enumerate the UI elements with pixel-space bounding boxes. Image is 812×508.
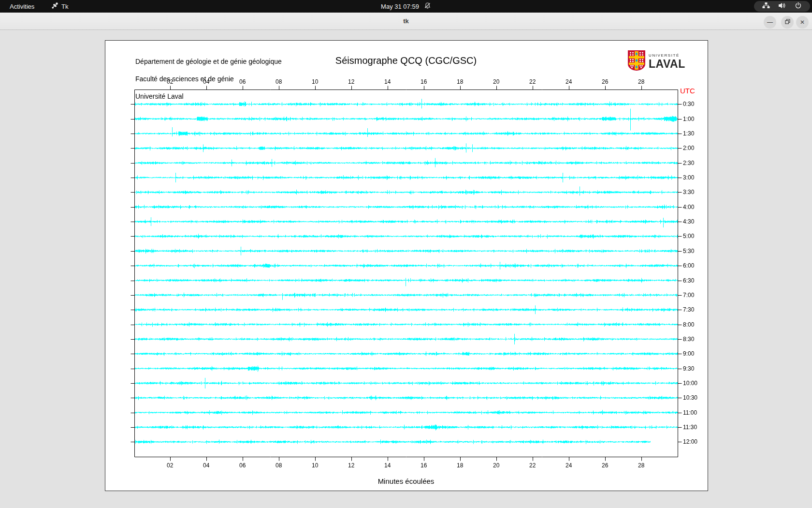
utc-time-label: 12:00 (683, 438, 705, 445)
taskbar-app-tk[interactable]: Tk (48, 0, 71, 13)
power-icon (795, 2, 802, 11)
utc-time-label: 2:00 (683, 145, 705, 151)
x-tick-label-bottom: 04 (199, 462, 214, 469)
tk-icon (51, 2, 58, 11)
x-tick-label-top: 22 (525, 78, 540, 85)
x-axis-title: Minutes écoulées (134, 477, 678, 485)
utc-time-label: 7:30 (683, 306, 705, 313)
x-tick-label-top: 02 (163, 78, 177, 85)
utc-time-label: 7:00 (683, 292, 705, 299)
x-tick-label-top: 10 (308, 78, 322, 85)
window-title: tk (0, 13, 812, 30)
volume-icon (778, 2, 786, 11)
x-tick-label-bottom: 18 (453, 462, 467, 469)
top-bar: Activities Tk May 31 07:59 (0, 0, 812, 13)
department-line: Université Laval (135, 92, 282, 101)
utc-time-label: 5:00 (683, 233, 705, 239)
utc-time-label: 9:30 (683, 365, 705, 372)
utc-time-label: 9:00 (683, 350, 705, 357)
utc-time-label: 4:30 (683, 218, 705, 225)
minimize-icon: — (767, 19, 773, 26)
taskbar-app-label: Tk (61, 3, 68, 10)
x-tick-label-bottom: 06 (235, 462, 250, 469)
utc-time-label: 6:30 (683, 277, 705, 284)
x-tick-label-bottom: 02 (163, 462, 177, 469)
x-tick-label-top: 24 (562, 78, 576, 85)
utc-time-label: 10:00 (683, 380, 705, 387)
x-tick-label-top: 04 (199, 78, 214, 85)
laval-logo-text: UNIVERSITÉ LAVAL (649, 54, 685, 70)
x-tick-label-bottom: 26 (598, 462, 612, 469)
close-button[interactable]: ✕ (796, 16, 809, 29)
x-tick-label-top: 06 (235, 78, 250, 85)
network-icon (762, 2, 770, 11)
system-status-area[interactable] (754, 1, 810, 12)
activities-button[interactable]: Activities (6, 0, 38, 13)
x-tick-label-top: 28 (634, 78, 649, 85)
x-tick-label-bottom: 22 (525, 462, 540, 469)
x-tick-label-bottom: 28 (634, 462, 649, 469)
close-icon: ✕ (800, 19, 805, 26)
x-tick-label-top: 12 (344, 78, 359, 85)
notifications-muted-icon (424, 2, 431, 11)
window-titlebar[interactable]: tk (0, 13, 812, 30)
utc-time-label: 10:30 (683, 394, 705, 401)
maximize-icon (785, 19, 790, 26)
x-tick-label-top: 18 (453, 78, 467, 85)
utc-label: UTC (680, 87, 695, 95)
plot-title: Séismographe QCQ (CGC/GSC) (134, 55, 678, 66)
x-tick-label-bottom: 12 (344, 462, 359, 469)
x-tick-label-bottom: 16 (417, 462, 431, 469)
utc-time-label: 4:00 (683, 204, 705, 210)
x-tick-label-top: 26 (598, 78, 612, 85)
seismograph-window: Département de géologie et de génie géol… (105, 40, 708, 491)
x-tick-label-top: 20 (489, 78, 504, 85)
utc-time-label: 6:00 (683, 262, 705, 269)
utc-time-label: 3:30 (683, 189, 705, 195)
utc-time-label: 1:30 (683, 130, 705, 137)
clock[interactable]: May 31 07:59 (381, 3, 419, 10)
utc-time-label: 2:30 (683, 160, 705, 166)
universite-laval-logo: UNIVERSITÉ LAVAL (628, 50, 685, 73)
utc-time-label: 11:00 (683, 409, 705, 416)
laval-shield-icon (628, 50, 645, 73)
utc-time-label: 5:30 (683, 248, 705, 254)
utc-time-label: 11:30 (683, 424, 705, 431)
x-tick-label-top: 08 (272, 78, 286, 85)
logo-laval: LAVAL (649, 59, 685, 70)
x-tick-label-bottom: 10 (308, 462, 322, 469)
x-tick-label-bottom: 14 (380, 462, 395, 469)
x-tick-label-bottom: 20 (489, 462, 504, 469)
logo-universite: UNIVERSITÉ (649, 54, 685, 58)
x-tick-label-bottom: 24 (562, 462, 576, 469)
x-tick-label-bottom: 08 (272, 462, 286, 469)
utc-time-label: 3:00 (683, 174, 705, 181)
activities-label: Activities (10, 3, 34, 10)
utc-time-label: 1:00 (683, 116, 705, 122)
maximize-button[interactable] (781, 16, 794, 29)
x-tick-label-top: 16 (417, 78, 431, 85)
utc-time-label: 8:30 (683, 336, 705, 343)
utc-time-label: 0:30 (683, 101, 705, 107)
utc-time-label: 8:00 (683, 321, 705, 328)
minimize-button[interactable]: — (764, 16, 776, 29)
x-tick-label-top: 14 (380, 78, 395, 85)
clock-area: May 31 07:59 (0, 0, 812, 13)
